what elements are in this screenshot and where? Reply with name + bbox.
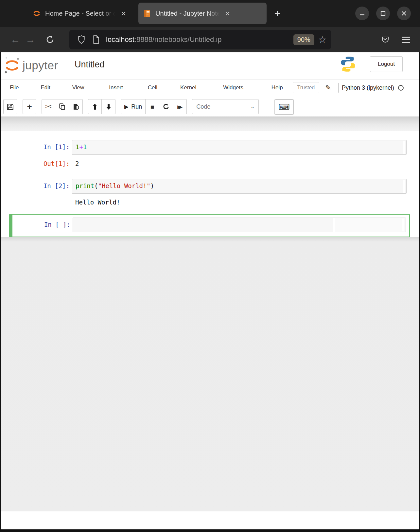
menu-file[interactable]: File <box>6 84 23 91</box>
menu-kernel[interactable]: Kernel <box>176 84 200 91</box>
chevron-down-icon: ⌄ <box>251 104 255 110</box>
command-palette-button[interactable]: ⌨ <box>275 99 293 115</box>
notebook-area: In [1]: 1+1 Out[1]: 2 In [2]: print("Hel… <box>1 131 419 237</box>
bookmark-star-icon[interactable]: ☆ <box>318 34 326 45</box>
menu-help[interactable]: Help <box>268 84 287 91</box>
browser-tab-bar: Home Page - Select or c × Untitled - Jup… <box>0 0 420 27</box>
copy-cell-button[interactable] <box>55 99 69 114</box>
browser-toolbar: ← → localhost:8888/notebooks/Untitled.ip… <box>0 27 420 52</box>
jupyter-logo[interactable]: jupyter <box>4 56 58 75</box>
menu-hamburger-icon[interactable] <box>402 35 410 44</box>
code-input[interactable]: print("Hello World!") <box>72 179 407 194</box>
window-maximize-button[interactable] <box>376 7 390 20</box>
edit-mode-pencil-icon: ✎ <box>325 84 331 92</box>
plus-icon: + <box>27 102 32 111</box>
play-icon: ▶ <box>124 104 129 110</box>
kernel-name[interactable]: Python 3 (ipykernel) <box>342 84 394 91</box>
zoom-level-badge[interactable]: 90% <box>293 34 314 45</box>
reload-button[interactable] <box>43 35 58 44</box>
interrupt-kernel-button[interactable]: ■ <box>146 99 159 114</box>
output-text: Hello World! <box>75 199 120 206</box>
code-cell-2: In [2]: print("Hello World!") <box>1 179 419 194</box>
menu-insert[interactable]: Insert <box>105 84 127 91</box>
url-host: localhost <box>106 35 134 44</box>
move-cell-up-button[interactable] <box>88 99 102 114</box>
run-button[interactable]: ▶ Run <box>121 99 146 114</box>
tab-untitled-notebook[interactable]: Untitled - Jupyter Note × <box>138 3 267 24</box>
restart-icon <box>163 103 169 110</box>
url-text: localhost:8888/notebooks/Untitled.ip <box>106 35 293 44</box>
tab-title: Untitled - Jupyter Note <box>155 10 220 17</box>
pocket-icon[interactable] <box>381 35 390 44</box>
jupyter-logo-text: jupyter <box>23 59 58 72</box>
save-button[interactable] <box>3 99 17 114</box>
tab-close-icon[interactable]: × <box>225 9 230 18</box>
menu-widgets[interactable]: Widgets <box>219 84 247 91</box>
new-tab-button[interactable]: + <box>274 8 281 20</box>
page-background <box>1 237 419 511</box>
tab-close-icon[interactable]: × <box>121 9 126 18</box>
url-bar[interactable]: localhost:8888/notebooks/Untitled.ip 90%… <box>69 30 331 49</box>
tab-home-page[interactable]: Home Page - Select or c × <box>27 3 131 24</box>
logout-button[interactable]: Logout <box>370 56 403 72</box>
kernel-idle-indicator-icon <box>398 85 404 91</box>
page-info-icon[interactable] <box>92 35 100 44</box>
notebook-header: jupyter Untitled Logout <box>1 52 419 79</box>
window-minimize-button[interactable] <box>355 7 369 20</box>
move-cell-down-button[interactable] <box>102 99 115 114</box>
output-row-1: Out[1]: 2 <box>1 160 419 167</box>
tab-title: Home Page - Select or c <box>45 10 116 17</box>
cell-type-dropdown[interactable]: Code ⌄ <box>192 99 259 114</box>
input-prompt: In [2]: <box>1 179 70 194</box>
restart-run-all-button[interactable]: ▶▶ <box>173 99 187 114</box>
url-path: :8888/notebooks/Untitled.ip <box>134 35 222 44</box>
menu-edit[interactable]: Edit <box>37 84 54 91</box>
notebook-menubar: File Edit View Insert Cell Kernel Widget… <box>1 79 419 96</box>
add-cell-button[interactable]: + <box>23 99 36 114</box>
paste-icon <box>73 103 79 110</box>
input-prompt: In [1]: <box>1 140 70 155</box>
menu-cell[interactable]: Cell <box>144 84 161 91</box>
fast-forward-icon: ▶▶ <box>177 104 182 109</box>
tracking-protection-shield-icon[interactable] <box>77 35 86 44</box>
window-close-button[interactable] <box>397 7 411 20</box>
jupyter-notebook-page: jupyter Untitled Logout File Edit View I… <box>1 52 419 529</box>
input-prompt: In [ ]: <box>10 218 70 232</box>
code-input[interactable]: 1+1 <box>72 140 407 155</box>
output-prompt <box>1 199 70 206</box>
stop-icon: ■ <box>150 104 154 110</box>
back-button[interactable]: ← <box>8 34 23 45</box>
cut-cell-button[interactable]: ✂ <box>42 99 55 114</box>
arrow-up-icon <box>92 103 98 110</box>
forward-button[interactable]: → <box>23 34 38 45</box>
output-prompt: Out[1]: <box>1 160 70 167</box>
notebook-favicon-icon <box>144 9 151 17</box>
python-logo-icon <box>340 56 356 73</box>
notebook-toolbar: + ✂ <box>1 96 419 116</box>
paste-cell-button[interactable] <box>69 99 83 114</box>
code-input-empty[interactable] <box>73 218 406 232</box>
arrow-down-icon <box>106 103 112 110</box>
copy-icon <box>59 103 65 110</box>
restart-kernel-button[interactable] <box>159 99 173 114</box>
trusted-badge[interactable]: Trusted <box>293 82 320 93</box>
output-text: 2 <box>75 160 79 167</box>
divider <box>338 83 339 93</box>
output-row-2: Hello World! <box>1 199 419 206</box>
keyboard-icon: ⌨ <box>278 103 290 111</box>
notebook-top-gap <box>1 116 419 131</box>
selected-empty-cell[interactable]: In [ ]: <box>9 214 410 237</box>
jupyter-favicon-icon <box>33 9 41 17</box>
scissors-icon: ✂ <box>45 103 52 111</box>
menu-view[interactable]: View <box>68 84 88 91</box>
code-cell-1: In [1]: 1+1 <box>1 140 419 155</box>
notebook-title[interactable]: Untitled <box>75 60 105 70</box>
